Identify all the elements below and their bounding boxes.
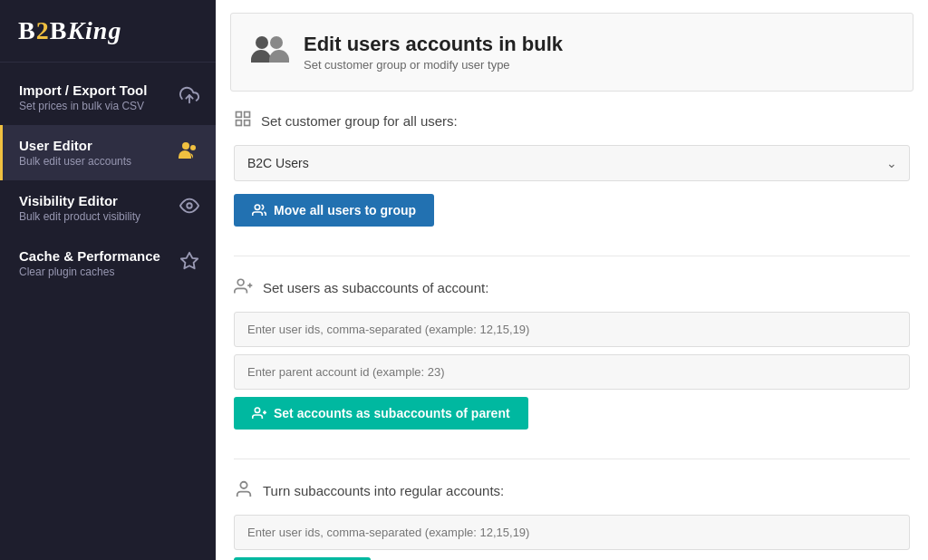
add-user-btn-icon bbox=[252, 406, 266, 420]
sidebar-item-cache-subtitle: Clear plugin caches bbox=[19, 266, 172, 278]
regular-accounts-user-ids-input[interactable] bbox=[234, 515, 910, 550]
user-outline-icon bbox=[234, 479, 254, 502]
sidebar-item-visibility-editor[interactable]: Visibility Editor Bulk edit product visi… bbox=[0, 180, 216, 236]
bulk-users-icon bbox=[249, 28, 289, 76]
move-all-users-label: Move all users to group bbox=[274, 203, 416, 217]
section1-label: Set customer group for all users: bbox=[261, 113, 458, 129]
svg-point-17 bbox=[240, 482, 246, 488]
grid-icon bbox=[234, 110, 252, 132]
svg-point-14 bbox=[255, 408, 259, 412]
customer-group-dropdown[interactable]: B2C Users B2B Users Wholesale Retail bbox=[234, 145, 910, 181]
section3-label: Turn subaccounts into regular accounts: bbox=[263, 483, 504, 498]
subaccount-parent-id-input[interactable] bbox=[234, 354, 910, 390]
sidebar-item-visibility-editor-title: Visibility Editor bbox=[19, 193, 172, 208]
eye-icon bbox=[179, 196, 199, 220]
divider-2 bbox=[234, 459, 910, 459]
sidebar-item-user-editor[interactable]: User Editor Bulk edit user accounts bbox=[0, 125, 216, 180]
sidebar-item-import-export-title: Import / Export Tool bbox=[19, 82, 172, 98]
section-customer-group: Set customer group for all users: B2C Us… bbox=[216, 110, 928, 252]
sidebar-item-import-export[interactable]: Import / Export Tool Set prices in bulk … bbox=[0, 70, 216, 125]
sidebar-item-visibility-editor-subtitle: Bulk edit product visibility bbox=[19, 210, 172, 223]
svg-point-1 bbox=[182, 142, 189, 150]
svg-point-10 bbox=[255, 205, 259, 209]
svg-rect-8 bbox=[237, 121, 242, 126]
section2-label: Set users as subaccounts of account: bbox=[263, 280, 488, 295]
set-subaccounts-label: Set accounts as subaccounts of parent bbox=[274, 406, 510, 420]
svg-point-11 bbox=[237, 279, 244, 285]
svg-point-5 bbox=[270, 36, 283, 49]
sidebar-item-cache-title: Cache & Performance bbox=[19, 248, 172, 264]
logo: B2BKing bbox=[18, 16, 121, 45]
svg-rect-9 bbox=[245, 121, 250, 126]
sidebar-nav: Import / Export Tool Set prices in bulk … bbox=[0, 70, 216, 291]
page-subtitle: Set customer group or modify user type bbox=[304, 58, 563, 72]
subaccount-user-ids-input[interactable] bbox=[234, 312, 910, 347]
set-subaccounts-button[interactable]: Set accounts as subaccounts of parent bbox=[234, 397, 528, 430]
page-header: Edit users accounts in bulk Set customer… bbox=[230, 13, 914, 92]
rocket-icon bbox=[179, 251, 199, 275]
customer-group-dropdown-wrapper: B2C Users B2B Users Wholesale Retail ⌄ bbox=[234, 145, 910, 181]
sidebar-item-cache-performance[interactable]: Cache & Performance Clear plugin caches bbox=[0, 236, 216, 291]
move-all-users-button[interactable]: Move all users to group bbox=[234, 194, 434, 227]
svg-rect-7 bbox=[245, 112, 250, 118]
users-icon bbox=[178, 140, 199, 166]
sidebar-item-import-export-subtitle: Set prices in bulk via CSV bbox=[19, 100, 172, 112]
upload-cloud-icon bbox=[179, 85, 199, 110]
page-title: Edit users accounts in bulk bbox=[304, 33, 563, 56]
sidebar-item-user-editor-subtitle: Bulk edit user accounts bbox=[19, 155, 170, 168]
svg-point-3 bbox=[187, 203, 192, 208]
section-subaccounts: Set users as subaccounts of account: Set… bbox=[216, 276, 928, 455]
svg-rect-6 bbox=[237, 112, 242, 118]
add-user-icon bbox=[234, 276, 254, 299]
sidebar-item-user-editor-title: User Editor bbox=[19, 138, 170, 153]
divider-1 bbox=[234, 256, 910, 256]
main-content: Edit users accounts in bulk Set customer… bbox=[216, 0, 928, 560]
sidebar-logo: B2BKing bbox=[0, 0, 216, 63]
sidebar: B2BKing Import / Export Tool Set prices … bbox=[0, 0, 216, 560]
users-button-icon bbox=[252, 203, 266, 217]
section-regular-accounts: Turn subaccounts into regular accounts: … bbox=[216, 479, 928, 560]
svg-point-4 bbox=[256, 36, 268, 49]
svg-point-2 bbox=[190, 145, 196, 150]
